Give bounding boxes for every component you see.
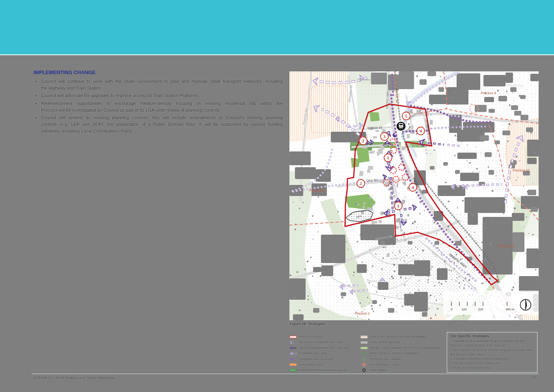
svg-text:1: 1 [387,155,389,160]
svg-text:0: 0 [451,308,453,311]
svg-text:Hillgrove Cl: Hillgrove Cl [367,280,381,283]
svg-text:5: 5 [405,114,407,118]
svg-text:Precinct 9: Precinct 9 [481,91,496,95]
svg-text:Charles St: Charles St [359,77,373,82]
svg-text:Precinct 12: Precinct 12 [498,244,515,248]
svg-text:King St: King St [383,143,394,147]
svg-text:200: 200 [478,308,483,311]
svg-text:4: 4 [412,185,414,190]
svg-text:400 m: 400 m [506,308,515,311]
svg-text:Precinct 3: Precinct 3 [309,189,324,192]
svg-text:100: 100 [461,308,467,311]
svg-text:2: 2 [360,181,362,186]
svg-text:2: 2 [362,138,364,143]
svg-text:Station St: Station St [367,125,382,130]
svg-text:Precinct 10: Precinct 10 [513,168,530,172]
svg-text:4: 4 [420,129,422,133]
svg-text:1: 1 [397,203,399,208]
svg-text:Precinct 2: Precinct 2 [355,312,370,315]
svg-text:3: 3 [383,134,386,139]
